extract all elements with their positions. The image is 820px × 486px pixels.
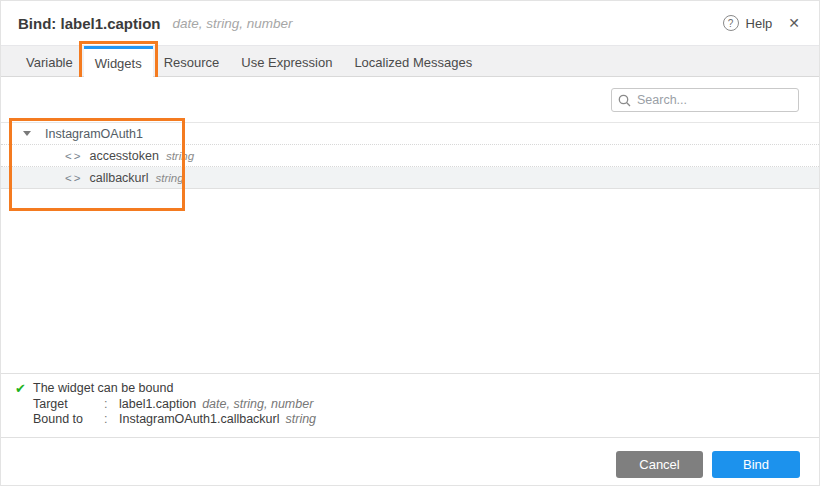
dialog-title: Bind: label1.caption — [18, 15, 161, 32]
search-icon — [618, 94, 631, 107]
tree-node-accesstoken[interactable]: <> accesstoken string — [1, 145, 819, 167]
bind-button[interactable]: Bind — [712, 451, 800, 478]
help-link[interactable]: Help — [746, 16, 773, 31]
status-boundto-row: Bound to : InstagramOAuth1.callbackurl s… — [33, 412, 819, 428]
status-message: The widget can be bound — [33, 381, 173, 395]
tree-node-label: InstagramOAuth1 — [45, 127, 143, 141]
status-boundto-label: Bound to — [33, 412, 104, 426]
tree-node-type: string — [156, 172, 184, 184]
tab-use-expression[interactable]: Use Expression — [230, 46, 343, 76]
help-icon[interactable]: ? — [723, 15, 739, 31]
tree-node-label: accesstoken — [89, 149, 158, 163]
field-code-icon: <> — [65, 150, 82, 162]
close-icon[interactable]: ✕ — [788, 15, 800, 31]
search-input[interactable] — [637, 93, 792, 107]
status-target-row: Target : label1.caption date, string, nu… — [33, 396, 819, 412]
caret-down-icon[interactable] — [23, 131, 31, 136]
dialog-footer: Cancel Bind — [1, 437, 819, 486]
dialog-subtitle: date, string, number — [173, 16, 293, 31]
tab-widgets[interactable]: Widgets — [84, 46, 153, 77]
status-target-type: date, string, number — [202, 397, 313, 411]
field-code-icon: <> — [65, 172, 82, 184]
search-box[interactable] — [611, 88, 799, 112]
dialog-header: Bind: label1.caption date, string, numbe… — [1, 1, 819, 45]
tree-node-callbackurl[interactable]: <> callbackurl string — [1, 167, 819, 189]
tab-bar: Variable Widgets Resource Use Expression… — [1, 45, 819, 77]
tab-content: InstagramOAuth1 <> accesstoken string <>… — [1, 77, 819, 373]
tree-node-label: callbackurl — [89, 171, 148, 185]
colon-separator: : — [104, 397, 119, 411]
cancel-button[interactable]: Cancel — [616, 451, 703, 478]
status-boundto-value: InstagramOAuth1.callbackurl — [119, 412, 280, 426]
status-target-label: Target — [33, 397, 104, 411]
tab-localized-messages[interactable]: Localized Messages — [343, 46, 483, 76]
bind-dialog: Bind: label1.caption date, string, numbe… — [0, 0, 820, 486]
binding-status: ✔ The widget can be bound Target : label… — [1, 373, 819, 437]
status-target-value: label1.caption — [119, 397, 196, 411]
colon-separator: : — [104, 412, 119, 426]
tab-variable[interactable]: Variable — [15, 46, 84, 76]
check-icon: ✔ — [15, 381, 33, 396]
status-boundto-type: string — [286, 412, 317, 426]
tab-resource[interactable]: Resource — [153, 46, 231, 76]
widget-tree: InstagramOAuth1 <> accesstoken string <>… — [1, 122, 819, 189]
tree-node-root[interactable]: InstagramOAuth1 — [1, 123, 819, 145]
tree-node-type: string — [166, 150, 194, 162]
